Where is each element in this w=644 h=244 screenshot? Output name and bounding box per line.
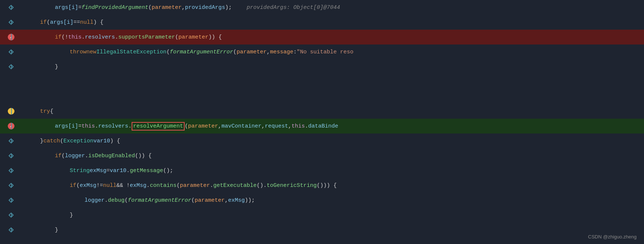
token-param3: parameter <box>237 49 267 55</box>
token-param1: parameter <box>152 4 182 11</box>
token-Exception: Exception <box>63 138 93 144</box>
token-this1: this <box>68 34 82 40</box>
token-logger2: logger <box>85 197 105 204</box>
token-String: String <box>70 168 90 174</box>
token-IllegalState: IllegalStateException <box>96 49 166 55</box>
token-formatArg2: formatArgumentError <box>128 197 191 204</box>
gutter-15 <box>0 213 22 217</box>
code-content-16: } <box>22 227 644 233</box>
resolve-argument-highlight: resolveArgument <box>132 122 185 131</box>
gutter-5 <box>0 65 22 69</box>
code-line-9: args[i] = this . resolvers .resolveArgum… <box>0 119 644 133</box>
token-dataBinder: dataBinde <box>308 123 338 129</box>
token-providedArgs: providedArgs <box>185 4 225 11</box>
code-line-5: } <box>0 59 644 74</box>
token-logger1: logger <box>65 153 85 159</box>
code-editor: args[i] = findProvidedArgument ( paramet… <box>0 0 644 244</box>
code-content-9: args[i] = this . resolvers .resolveArgum… <box>22 122 644 131</box>
token-args3: args[i] <box>55 123 78 129</box>
gutter-diamond-11 <box>9 153 14 158</box>
token-getMessage: getMessage <box>130 168 163 174</box>
token-var10: var10 <box>93 138 110 144</box>
code-line-13: if ( exMsg != null && ! exMsg . contains… <box>0 178 644 193</box>
code-content-5: } <box>22 64 644 70</box>
code-content-4: throw new IllegalStateException ( format… <box>22 49 644 55</box>
code-line-2: if ( args[i] == null ) { <box>0 15 644 30</box>
token-message-label: message <box>270 49 293 55</box>
code-line-12: String exMsg = var10 . getMessage (); <box>0 163 644 178</box>
code-content-11: if ( logger . isDebugEnabled ()) { <box>22 153 644 159</box>
token-param4: parameter <box>188 123 218 129</box>
gutter-16 <box>0 228 22 232</box>
token-resolvers2: resolvers <box>98 123 128 129</box>
code-line-16: } <box>0 222 644 237</box>
code-content-12: String exMsg = var10 . getMessage (); <box>22 168 644 174</box>
watermark: CSDN @zhiguo.zheng <box>588 234 637 240</box>
token-try: try <box>40 108 50 115</box>
token-exMsg3: exMsg <box>130 182 146 189</box>
token-if2: if <box>55 34 62 40</box>
code-line-4: throw new IllegalStateException ( format… <box>0 44 644 59</box>
token-if1: if <box>40 19 47 26</box>
gutter-diamond-10 <box>9 138 14 144</box>
token-toGeneric: toGenericString <box>267 182 317 189</box>
gutter-diamond-13 <box>9 183 14 188</box>
token-supportsParam: supportsParameter <box>118 34 175 40</box>
token-args: args[i] <box>55 4 78 11</box>
gutter-diamond-15 <box>9 212 14 218</box>
code-line-10: } catch ( Exception var10 ) { <box>0 133 644 148</box>
token-isDebug: isDebugEnabled <box>88 153 135 159</box>
gutter-diamond-5 <box>9 64 14 69</box>
gutter-3 <box>0 34 22 40</box>
code-content-13: if ( exMsg != null && ! exMsg . contains… <box>22 182 644 189</box>
gutter-1 <box>0 6 22 9</box>
code-content-3: if (! this . resolvers . supportsParamet… <box>22 34 644 40</box>
token-param5: parameter <box>180 182 210 189</box>
token-this3: this <box>291 123 305 129</box>
token-exMsg4: exMsg <box>228 197 245 204</box>
token-throw: throw <box>70 49 86 55</box>
code-line-15: } <box>0 208 644 222</box>
gutter-9 <box>0 123 22 129</box>
token-null: null <box>80 19 93 26</box>
gutter-diamond-1 <box>9 5 14 10</box>
token-args2: args[i] <box>50 19 73 26</box>
token-string1: "No suitable reso <box>297 49 353 55</box>
token-param2: parameter <box>178 34 208 40</box>
gutter-2 <box>0 20 22 24</box>
token-comment-1: providedArgs: Object[0]@7044 <box>247 4 340 11</box>
gutter-14 <box>0 198 22 202</box>
gutter-8 <box>0 108 22 115</box>
gutter-diamond-2 <box>9 20 14 25</box>
code-content-1: args[i] = findProvidedArgument ( paramet… <box>22 4 644 11</box>
code-line-1: args[i] = findProvidedArgument ( paramet… <box>0 0 644 15</box>
token-exMsg2: exMsg <box>80 182 96 189</box>
gutter-diamond-14 <box>9 198 14 203</box>
code-line-7 <box>0 89 644 104</box>
code-content-8: try { <box>22 108 644 115</box>
token-this2: this <box>82 123 95 129</box>
token-var10b: var10 <box>110 168 126 174</box>
token-request: request <box>265 123 288 129</box>
token-catch: catch <box>43 138 60 144</box>
token-getExec: getExecutable <box>213 182 257 189</box>
gutter-11 <box>0 154 22 158</box>
gutter-12 <box>0 169 22 172</box>
gutter-4 <box>0 50 22 54</box>
token-new1: new <box>86 49 96 55</box>
token-findProvided: findProvidedArgument <box>82 4 148 11</box>
gutter-diamond-12 <box>9 168 14 173</box>
code-line-11: if ( logger . isDebugEnabled ()) { <box>0 148 644 163</box>
gutter-diamond-4 <box>9 49 14 55</box>
code-content-2: if ( args[i] == null ) { <box>22 19 644 26</box>
gutter-13 <box>0 184 22 187</box>
token-debug: debug <box>108 197 125 204</box>
gutter-10 <box>0 139 22 143</box>
token-mavContainer: mavContainer <box>221 123 261 129</box>
token-contains: contains <box>150 182 176 189</box>
code-content-15: } <box>22 212 644 218</box>
token-formatArg1: formatArgumentError <box>170 49 233 55</box>
token-param6: parameter <box>195 197 225 204</box>
token-if4: if <box>70 182 76 189</box>
code-line-6 <box>0 74 644 89</box>
